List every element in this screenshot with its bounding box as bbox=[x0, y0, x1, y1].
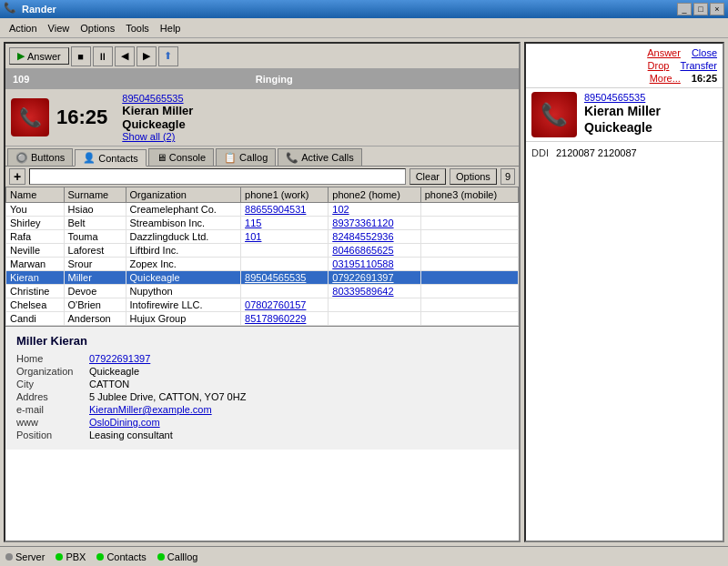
add-contact-button[interactable]: + bbox=[9, 168, 25, 185]
menu-tools[interactable]: Tools bbox=[120, 21, 155, 35]
show-all-link[interactable]: Show all (2) bbox=[122, 131, 193, 142]
transfer-action-link[interactable]: Transfer bbox=[680, 60, 717, 71]
detail-www-link[interactable]: OsloDining.com bbox=[89, 417, 160, 428]
cell-p3 bbox=[420, 312, 518, 326]
tab-callog[interactable]: 📋 Callog bbox=[216, 148, 276, 166]
phone-link[interactable]: 07802760157 bbox=[245, 299, 306, 310]
pbx-status-label: PBX bbox=[66, 551, 86, 562]
table-row[interactable]: Chelsea O'Brien Intofirew​ire LLC. 07802… bbox=[6, 298, 519, 312]
stop-button[interactable]: ■ bbox=[71, 46, 91, 66]
cell-org: Intofirew​ire LLC. bbox=[126, 298, 241, 312]
contact-table: Name Surname Organization phone1 (work) … bbox=[5, 187, 519, 326]
close-action-link[interactable]: Close bbox=[692, 47, 717, 58]
phone-link[interactable]: 101 bbox=[245, 231, 261, 242]
col-p2[interactable]: phone2 (home) bbox=[329, 187, 420, 203]
call-phone-link[interactable]: 89504565535 bbox=[122, 93, 193, 104]
tab-active-calls[interactable]: 📞 Active Calls bbox=[278, 148, 361, 166]
col-org[interactable]: Organization bbox=[126, 187, 241, 203]
ddi-label: DDI bbox=[531, 147, 549, 158]
cell-p3 bbox=[420, 271, 518, 285]
table-row[interactable]: Christine Devoe Nupython 80339589642 bbox=[6, 285, 519, 298]
cell-surname: Touma bbox=[64, 230, 126, 244]
cell-org: Dazzlingduck Ltd. bbox=[126, 230, 241, 244]
answer-action-link[interactable]: Answer bbox=[647, 47, 681, 58]
cell-p1: 85178960229 bbox=[241, 312, 329, 326]
console-tab-icon: 🖥 bbox=[157, 152, 167, 163]
call-name-block: 89504565535 Kieran Miller Quickeagle Sho… bbox=[122, 93, 193, 142]
phone-link[interactable]: 89373361120 bbox=[332, 217, 393, 228]
phone-link[interactable]: 80339589642 bbox=[332, 286, 393, 297]
detail-www-row: www OsloDining.com bbox=[16, 417, 508, 428]
phone-link[interactable]: 07922691397 bbox=[332, 272, 393, 283]
minimize-button[interactable]: _ bbox=[677, 3, 692, 15]
cell-surname: Srour bbox=[64, 258, 126, 271]
detail-org-label: Organization bbox=[16, 366, 89, 377]
phone-link[interactable]: 115 bbox=[245, 217, 261, 228]
cell-org: Streambison Inc. bbox=[126, 217, 241, 230]
maximize-button[interactable]: □ bbox=[693, 3, 708, 15]
table-row[interactable]: Marwan Srour Zopex Inc. 03195110588 bbox=[6, 258, 519, 271]
detail-home-row: Home 07922691397 bbox=[16, 353, 508, 364]
contact-area: + Clear Options 9 Name Surname Organizat… bbox=[5, 167, 519, 541]
detail-email-label: e-mail bbox=[16, 404, 89, 415]
table-row[interactable]: Candi Anderson Hujux Group 85178960229 bbox=[6, 312, 519, 326]
phone-link[interactable]: 03195110588 bbox=[332, 258, 393, 269]
cell-name: Christine bbox=[6, 285, 65, 298]
tab-contacts[interactable]: 👤 Contacts bbox=[75, 149, 146, 167]
caller-name-line1: Kieran Miller bbox=[122, 104, 193, 117]
tab-console[interactable]: 🖥 Console bbox=[148, 148, 214, 166]
cell-p3 bbox=[420, 258, 518, 271]
phone-link[interactable]: 102 bbox=[332, 204, 349, 215]
close-button[interactable]: × bbox=[710, 3, 724, 15]
col-name[interactable]: Name bbox=[6, 187, 65, 203]
cell-org: Hujux Group bbox=[126, 312, 241, 326]
col-p3[interactable]: phone3 (mobile) bbox=[420, 187, 518, 203]
answer-button[interactable]: ▶ Answer bbox=[9, 47, 69, 65]
phone-link[interactable]: 85178960229 bbox=[245, 313, 306, 324]
server-status-dot bbox=[5, 553, 13, 561]
menu-help[interactable]: Help bbox=[155, 21, 187, 35]
cell-name: Marwan bbox=[6, 258, 65, 271]
table-row[interactable]: Kieran Miller Quickeagle 89504565535 079… bbox=[6, 271, 519, 285]
phone-link[interactable]: 82484552936 bbox=[332, 231, 393, 242]
contacts-status-label: Contacts bbox=[106, 551, 146, 562]
drop-action-link[interactable]: Drop bbox=[648, 60, 670, 71]
console-tab-label: Console bbox=[169, 152, 206, 163]
tab-buttons[interactable]: 🔘 Buttons bbox=[7, 148, 73, 166]
phone-link[interactable]: 89504565535 bbox=[245, 272, 306, 283]
cell-p2: 102 bbox=[329, 203, 420, 217]
right-header: Answer Close Drop Transfer More... 16:25 bbox=[526, 44, 723, 88]
cell-org: Liftbird Inc. bbox=[126, 244, 241, 258]
phone-link[interactable]: 88655904531 bbox=[245, 204, 306, 215]
active-calls-tab-label: Active Calls bbox=[301, 152, 353, 163]
pause-button[interactable]: ⏸ bbox=[93, 46, 113, 66]
phone-link[interactable]: 80466865625 bbox=[332, 245, 393, 256]
menu-view[interactable]: View bbox=[43, 21, 76, 35]
table-row[interactable]: Neville Laforest Liftbird Inc. 804668656… bbox=[6, 244, 519, 258]
menu-options[interactable]: Options bbox=[75, 21, 120, 35]
options-button[interactable]: Options bbox=[450, 168, 497, 185]
table-row[interactable]: Rafa Touma Dazzlingduck Ltd. 101 8248455… bbox=[6, 230, 519, 244]
cell-p1: 115 bbox=[241, 217, 329, 230]
cell-surname: Laforest bbox=[64, 244, 126, 258]
menu-action[interactable]: Action bbox=[4, 21, 43, 35]
prev-button[interactable]: ◀ bbox=[115, 46, 135, 66]
table-row[interactable]: You Hsiao Creamelephant Co. 88655904531 … bbox=[6, 203, 519, 217]
search-input[interactable] bbox=[29, 168, 406, 185]
right-panel: Answer Close Drop Transfer More... 16:25… bbox=[524, 42, 724, 542]
next-button[interactable]: ▶ bbox=[136, 46, 157, 66]
detail-home-link[interactable]: 07922691397 bbox=[89, 353, 150, 364]
col-surname[interactable]: Surname bbox=[64, 187, 126, 203]
cell-p1: 07802760157 bbox=[241, 298, 329, 312]
cell-org: Quickeagle bbox=[126, 271, 241, 285]
col-p1[interactable]: phone1 (work) bbox=[241, 187, 329, 203]
table-row[interactable]: Shirley Belt Streambison Inc. 115 893733… bbox=[6, 217, 519, 230]
active-calls-tab-icon: 📞 bbox=[286, 152, 298, 164]
clear-button[interactable]: Clear bbox=[410, 168, 446, 185]
main-toolbar: ▶ Answer ■ ⏸ ◀ ▶ ⬆ bbox=[5, 44, 519, 69]
more-action-link[interactable]: More... bbox=[650, 73, 681, 84]
right-phone-link[interactable]: 89504565535 bbox=[584, 92, 661, 103]
detail-email-link[interactable]: KieranMiller@example.com bbox=[89, 404, 212, 415]
contact-table-scroll: Name Surname Organization phone1 (work) … bbox=[5, 187, 519, 326]
transfer-up-button[interactable]: ⬆ bbox=[158, 46, 178, 66]
